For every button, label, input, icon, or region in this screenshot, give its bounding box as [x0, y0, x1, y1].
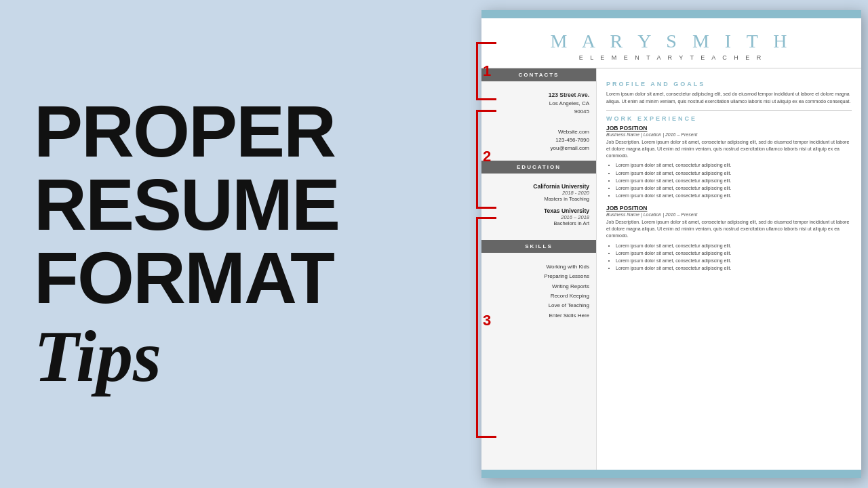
- address-line1: 123 Street Ave.: [488, 91, 589, 100]
- list-item: Lorem ipsum dolor sit amet, consectetur …: [616, 161, 852, 169]
- skill-item: Love of Teaching: [488, 301, 589, 310]
- bracket-vert-line: [476, 219, 478, 436]
- bracket-top-line: [476, 110, 496, 112]
- work-exp-heading: WORK EXPERIENCE: [606, 115, 852, 122]
- annotation-number-3: 3: [483, 312, 491, 329]
- bracket-top-line: [476, 42, 496, 44]
- education-header: EDUCATION: [481, 161, 596, 174]
- profile-heading: PROFILE AND GOALS: [606, 81, 852, 87]
- school1-name: California University: [488, 183, 589, 190]
- skill-item: Record Keeping: [488, 291, 589, 301]
- job1-title: JOB POSITION: [606, 125, 852, 131]
- resume-name: M A R Y S M I T H: [495, 30, 848, 52]
- tips-title: Tips: [34, 320, 400, 393]
- school1-degree: Masters in Teaching: [488, 196, 589, 202]
- job2-title: JOB POSITION: [606, 205, 852, 211]
- list-item: Lorem ipsum dolor sit amet, consectetur …: [616, 257, 852, 264]
- list-item: Lorem ipsum dolor sit amet, consectetur …: [616, 169, 852, 177]
- skill-item: Writing Reports: [488, 282, 589, 291]
- resume-body: CONTACTS 123 Street Ave. Los Angeles, CA…: [481, 68, 861, 470]
- bracket-vert-line: [476, 112, 478, 207]
- job2-desc: Job Description. Lorem ipsum dolor sit a…: [606, 219, 852, 239]
- list-item: Lorem ipsum dolor sit amet, consectetur …: [616, 249, 852, 257]
- email: you@email.com: [488, 144, 589, 152]
- list-item: Lorem ipsum dolor sit amet, consectetur …: [616, 192, 852, 199]
- contacts-header: CONTACTS: [481, 68, 596, 81]
- skills-header: SKILLS: [481, 240, 596, 253]
- school2-degree: Bachelors in Art: [488, 220, 589, 226]
- contact-info: 123 Street Ave. Los Angeles, CA 90045 We…: [481, 87, 596, 161]
- website: Website.com: [488, 128, 589, 136]
- school1-years: 2018 - 2020: [488, 190, 589, 196]
- main-title: PROPER RESUME FORMAT: [34, 95, 400, 314]
- resume-main: PROFILE AND GOALS Lorem ipsum dolor sit …: [597, 68, 861, 470]
- bracket-bottom-line: [476, 207, 496, 209]
- skill-item: Preparing Lessons: [488, 272, 589, 281]
- list-item: Lorem ipsum dolor sit amet, consectetur …: [616, 242, 852, 249]
- profile-text: Lorem ipsum dolor sit amet, consectetur …: [606, 91, 852, 105]
- resume-header: M A R Y S M I T H E L E M E N T A R Y T …: [481, 18, 861, 68]
- resume-sidebar: CONTACTS 123 Street Ave. Los Angeles, CA…: [481, 68, 597, 470]
- resume-subtitle: E L E M E N T A R Y T E A C H E R: [495, 54, 848, 61]
- job2-bullets: Lorem ipsum dolor sit amet, consectetur …: [606, 242, 852, 272]
- school2-years: 2016 – 2018: [488, 214, 589, 220]
- job1-desc: Job Description. Lorem ipsum dolor sit a…: [606, 139, 852, 159]
- left-section: PROPER RESUME FORMAT Tips: [0, 0, 434, 488]
- address-line3: 90045: [488, 108, 589, 116]
- list-item: Lorem ipsum dolor sit amet, consectetur …: [616, 264, 852, 272]
- phone: 123-456-7890: [488, 136, 589, 144]
- job1-meta: Business Name | Location | 2016 – Presen…: [606, 132, 852, 137]
- school2-name: Texas University: [488, 207, 589, 214]
- list-item: Lorem ipsum dolor sit amet, consectetur …: [616, 184, 852, 192]
- resume-bottom-bar: [481, 470, 861, 478]
- annotation-number-2: 2: [483, 148, 491, 165]
- bracket-bottom-line: [476, 98, 496, 100]
- skill-item: Enter Skills Here: [488, 311, 589, 321]
- job1-bullets: Lorem ipsum dolor sit amet, consectetur …: [606, 161, 852, 199]
- bracket-vert-line: [476, 44, 478, 98]
- resume-top-bar: [481, 10, 861, 18]
- job2-meta: Business Name | Location | 2016 – Presen…: [606, 212, 852, 217]
- resume-panel: M A R Y S M I T H E L E M E N T A R Y T …: [481, 10, 861, 478]
- skill-item: Working with Kids: [488, 262, 589, 272]
- bracket-bottom-line: [476, 436, 496, 438]
- divider: [606, 110, 852, 111]
- annotation-number-1: 1: [483, 62, 491, 80]
- address-line2: Los Angeles, CA: [488, 100, 589, 108]
- skills-content: Working with KidsPreparing LessonsWritin…: [481, 258, 596, 326]
- list-item: Lorem ipsum dolor sit amet, consectetur …: [616, 177, 852, 184]
- education-content: California University 2018 - 2020 Master…: [481, 179, 596, 240]
- bracket-top-line: [476, 217, 496, 219]
